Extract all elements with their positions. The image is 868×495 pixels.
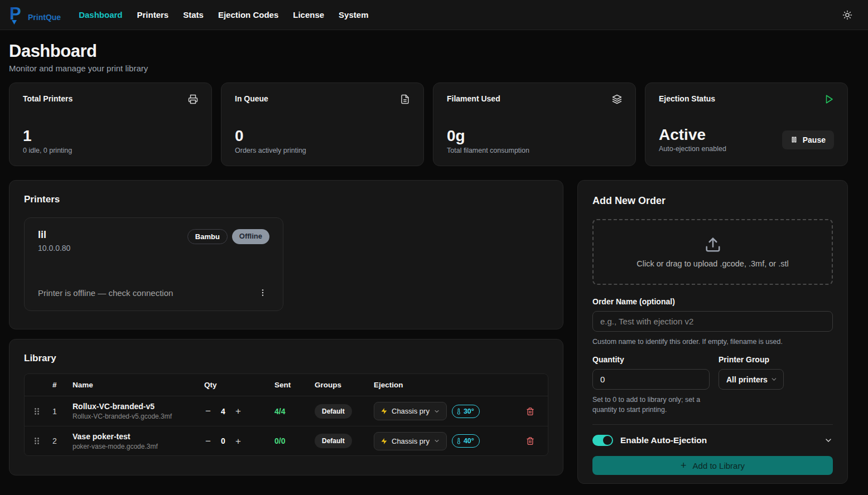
qty-decrease-button[interactable]: − <box>204 405 212 417</box>
row-index: 1 <box>52 407 67 416</box>
chevron-down-icon <box>433 408 440 415</box>
printer-status-badge: Offline <box>232 229 269 244</box>
stat-title: Ejection Status <box>659 94 715 103</box>
qty-increase-button[interactable]: + <box>234 435 242 447</box>
auto-ejection-toggle[interactable] <box>592 435 613 446</box>
printer-ip: 10.0.0.80 <box>38 244 70 253</box>
temperature-value: 30° <box>464 407 474 415</box>
zap-icon <box>380 407 388 415</box>
printer-status-message: Printer is offline — check connection <box>38 288 173 298</box>
stat-value: 0g <box>447 128 622 145</box>
stat-value: 0 <box>235 128 410 145</box>
ejection-dropdown-value: Chassis pry <box>392 407 430 415</box>
order-name-help: Custom name to identify this order. If e… <box>592 337 833 347</box>
chevron-down-icon[interactable] <box>824 436 833 445</box>
printer-group-value: All printers <box>726 375 768 384</box>
nav-menu: Dashboard Printers Stats Ejection Codes … <box>79 10 368 20</box>
top-navbar: P PrintQue Dashboard Printers Stats Ejec… <box>0 0 868 30</box>
pause-ejection-button[interactable]: Pause <box>782 130 834 149</box>
thermometer-icon <box>456 438 462 444</box>
add-to-library-button[interactable]: + Add to Library <box>592 456 833 475</box>
content-grid: Printers lil 10.0.0.80 Bambu Offline Pri… <box>9 180 848 484</box>
ejection-dropdown-value: Chassis pry <box>392 437 430 445</box>
ejection-dropdown[interactable]: Chassis pry <box>374 402 447 420</box>
drag-handle-icon[interactable] <box>33 407 47 415</box>
printer-group-select[interactable]: All printers <box>718 369 784 390</box>
col-qty: Qty <box>204 381 269 389</box>
sent-count: 0/0 <box>274 436 309 445</box>
auto-ejection-label: Enable Auto-Ejection <box>620 435 707 445</box>
add-order-panel: Add New Order Click or drag to upload .g… <box>577 180 848 484</box>
qty-increase-button[interactable]: + <box>234 405 242 417</box>
ejection-dropdown[interactable]: Chassis pry <box>374 432 447 450</box>
library-table-header: # Name Qty Sent Groups Ejection <box>25 374 548 396</box>
library-panel-title: Library <box>24 353 548 364</box>
page-title: Dashboard <box>9 41 848 61</box>
nav-item-license[interactable]: License <box>293 10 324 20</box>
printque-logo-icon: P <box>9 4 27 26</box>
row-index: 2 <box>52 436 67 445</box>
brand-name: PrintQue <box>28 13 61 22</box>
chevron-down-icon <box>770 376 778 383</box>
stat-card-total-printers: Total Printers 1 0 idle, 0 printing <box>9 82 212 166</box>
page-subtitle: Monitor and manage your print library <box>9 64 848 73</box>
nav-item-stats[interactable]: Stats <box>183 10 204 20</box>
stat-subtitle: Orders actively printing <box>235 147 410 154</box>
quantity-input[interactable] <box>592 369 710 390</box>
quantity-stepper: − 0 + <box>204 435 269 447</box>
table-row: 2 Vase poker-test poker-vase-mode.gcode.… <box>25 426 548 455</box>
file-upload-dropzone[interactable]: Click or drag to upload .gcode, .3mf, or… <box>592 219 833 285</box>
stat-title: Total Printers <box>23 94 73 103</box>
stat-subtitle: Total filament consumption <box>447 147 622 154</box>
stat-card-filament-used: Filament Used 0g Total filament consumpt… <box>433 82 636 166</box>
qty-value: 4 <box>220 407 226 416</box>
drag-handle-icon[interactable] <box>33 437 47 445</box>
stat-title: Filament Used <box>447 94 500 103</box>
temperature-value: 40° <box>464 437 474 445</box>
nav-item-system[interactable]: System <box>339 10 368 20</box>
printer-brand-badge: Bambu <box>187 229 228 244</box>
layers-icon <box>612 94 622 104</box>
col-sent: Sent <box>274 381 309 389</box>
stat-card-in-queue: In Queue 0 Orders actively printing <box>221 82 424 166</box>
stats-row: Total Printers 1 0 idle, 0 printing In Q… <box>9 82 848 166</box>
order-name-label: Order Name (optional) <box>592 297 833 306</box>
section-divider <box>592 424 833 425</box>
printer-menu-kebab-icon[interactable] <box>256 286 269 299</box>
order-name-input[interactable] <box>592 311 833 332</box>
page-header: Dashboard Monitor and manage your print … <box>9 41 848 73</box>
stat-card-ejection-status: Ejection Status Active Auto-ejection ena… <box>645 82 848 166</box>
col-index: # <box>52 381 67 389</box>
nav-item-printers[interactable]: Printers <box>137 10 168 20</box>
nav-item-dashboard[interactable]: Dashboard <box>79 10 122 20</box>
document-icon <box>400 94 410 104</box>
stat-subtitle: 0 idle, 0 printing <box>23 147 198 154</box>
library-table: # Name Qty Sent Groups Ejection <box>24 373 548 456</box>
delete-item-trash-icon[interactable] <box>526 436 534 445</box>
theme-toggle-sun-icon[interactable] <box>839 7 856 23</box>
nav-item-ejection-codes[interactable]: Ejection Codes <box>218 10 278 20</box>
brand-logo[interactable]: P PrintQue <box>9 4 61 26</box>
col-groups: Groups <box>315 381 368 389</box>
printer-card: lil 10.0.0.80 Bambu Offline Printer is o… <box>24 217 283 311</box>
add-order-title: Add New Order <box>592 195 833 207</box>
delete-item-trash-icon[interactable] <box>526 407 534 416</box>
quantity-help: Set to 0 to add to library only; set a q… <box>592 395 710 415</box>
qty-decrease-button[interactable]: − <box>204 435 212 447</box>
quantity-stepper: − 4 + <box>204 405 269 417</box>
table-row: 1 Rollux-VC-branded-v5 Rollux-VC-branded… <box>25 396 548 426</box>
item-name: Vase poker-test <box>73 432 199 441</box>
item-name: Rollux-VC-branded-v5 <box>73 402 199 411</box>
pause-button-label: Pause <box>803 135 826 144</box>
play-icon <box>824 94 834 104</box>
group-badge: Default <box>315 404 352 419</box>
stat-subtitle: Auto-ejection enabled <box>659 145 726 153</box>
item-filename: poker-vase-mode.gcode.3mf <box>73 443 199 450</box>
add-to-library-label: Add to Library <box>693 461 745 470</box>
upload-hint-text: Click or drag to upload .gcode, .3mf, or… <box>636 259 788 268</box>
library-panel: Library # Name Qty Sent Groups Ejection <box>9 339 563 475</box>
sent-count: 4/4 <box>274 407 309 416</box>
col-name: Name <box>73 381 199 389</box>
chevron-down-icon <box>433 438 440 444</box>
printer-group-label: Printer Group <box>718 355 833 364</box>
